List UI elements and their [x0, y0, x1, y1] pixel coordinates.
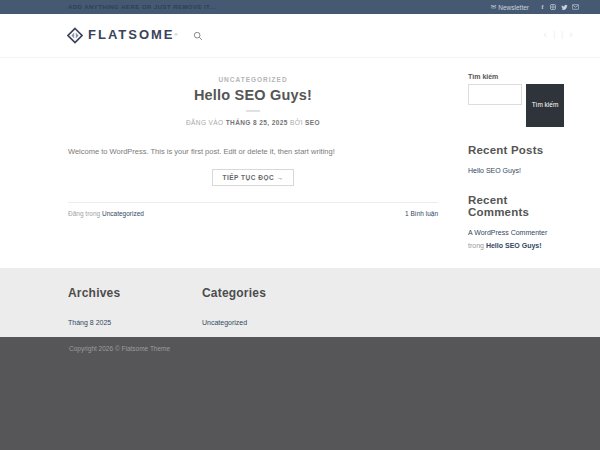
commented-post-link[interactable]: Hello SEO Guys!	[486, 242, 542, 249]
page: ADD ANYTHING HERE OR JUST REMOVE IT... ✉…	[0, 0, 600, 450]
commenter-link[interactable]: A WordPress Commenter	[468, 229, 547, 236]
post-date: THÁNG 8 25, 2025	[226, 119, 288, 126]
sidebar: Tìm kiếm Tìm kiếm Recent Posts Hello SEO…	[468, 58, 568, 268]
topbar-right: ✉ Newsletter f	[491, 3, 579, 11]
categories-widget: Categories Uncategorized	[202, 286, 336, 337]
site-logo[interactable]: FLATSOME®	[67, 27, 179, 44]
archives-widget: Archives Tháng 8 2025	[68, 286, 202, 337]
header-nav-arrows: ‹ ❘❘ ›	[543, 28, 574, 40]
facebook-icon[interactable]: f	[539, 4, 546, 10]
recent-post-link[interactable]: Hello SEO Guys!	[468, 167, 521, 174]
post-title[interactable]: Hello SEO Guys!	[68, 87, 438, 103]
absolute-footer: Copyright 2026 © Flatsome Theme	[0, 337, 600, 450]
read-more-wrap: TIẾP TỤC ĐỌC →	[68, 166, 438, 186]
search-widget: Tìm kiếm	[468, 84, 568, 127]
recent-comments-title: Recent Comments	[468, 194, 568, 218]
top-bar: ADD ANYTHING HERE OR JUST REMOVE IT... ✉…	[0, 0, 600, 14]
entry-header: UNCATEGORIZED Hello SEO Guys! ĐĂNG VÀO T…	[68, 58, 438, 126]
post-meta-row: Đăng trong Uncategorized 1 Bình luận	[68, 202, 438, 217]
by-label: BỞI	[290, 119, 303, 126]
list-item: Hello SEO Guys!	[468, 165, 568, 177]
logo-text: FLATSOME®	[88, 27, 179, 43]
copyright-text: Copyright 2026 © Flatsome Theme	[69, 345, 170, 352]
search-widget-label: Tìm kiếm	[468, 73, 568, 80]
categories-title: Categories	[202, 286, 336, 300]
search-submit-button[interactable]: Tìm kiếm	[526, 84, 564, 127]
chevron-left-icon[interactable]: ‹	[543, 28, 548, 40]
newsletter-link[interactable]: ✉ Newsletter	[491, 3, 529, 11]
comments-link[interactable]: 1 Bình luận	[405, 210, 438, 217]
post-author[interactable]: SEO	[305, 119, 320, 126]
search-input[interactable]	[468, 84, 522, 105]
chevron-right-icon[interactable]: ›	[569, 28, 574, 40]
read-more-button[interactable]: TIẾP TỤC ĐỌC →	[212, 169, 293, 186]
posted-in-label: Đăng trong	[68, 210, 100, 217]
flatsome-diamond-icon	[67, 27, 83, 44]
twitter-icon[interactable]	[561, 4, 568, 11]
archives-title: Archives	[68, 286, 202, 300]
post-date-line: ĐĂNG VÀO THÁNG 8 25, 2025 BỞI SEO	[68, 119, 438, 126]
list-item: A WordPress Commenter trong Hello SEO Gu…	[468, 227, 568, 252]
site-header: FLATSOME® ‹ ❘❘ ›	[0, 14, 600, 58]
topbar-message: ADD ANYTHING HERE OR JUST REMOVE IT...	[68, 4, 216, 10]
email-icon[interactable]	[572, 4, 579, 10]
blog-post: UNCATEGORIZED Hello SEO Guys! ĐĂNG VÀO T…	[68, 58, 438, 268]
newsletter-label: Newsletter	[498, 4, 529, 11]
footer-widgets: Archives Tháng 8 2025 Categories Uncateg…	[0, 268, 600, 337]
title-divider	[246, 110, 260, 112]
recent-comments-list: A WordPress Commenter trong Hello SEO Gu…	[468, 227, 568, 252]
posted-in: Đăng trong Uncategorized	[68, 210, 144, 217]
comment-on-label: trong	[468, 242, 484, 249]
registered-mark: ®	[175, 32, 180, 37]
post-category-label[interactable]: UNCATEGORIZED	[68, 76, 438, 83]
posted-in-category-link[interactable]: Uncategorized	[102, 210, 144, 217]
archive-link[interactable]: Tháng 8 2025	[68, 319, 111, 326]
envelope-icon: ✉	[491, 3, 496, 11]
recent-posts-title: Recent Posts	[468, 144, 568, 156]
posted-on-label: ĐĂNG VÀO	[186, 119, 224, 126]
recent-posts-list: Hello SEO Guys!	[468, 165, 568, 177]
category-link[interactable]: Uncategorized	[202, 319, 247, 326]
instagram-icon[interactable]	[550, 4, 557, 10]
search-icon[interactable]	[193, 31, 203, 41]
post-excerpt: Welcome to WordPress. This is your first…	[68, 146, 438, 157]
main-content: UNCATEGORIZED Hello SEO Guys! ĐĂNG VÀO T…	[0, 58, 600, 268]
pause-bars-icon: ❘❘	[551, 30, 566, 39]
